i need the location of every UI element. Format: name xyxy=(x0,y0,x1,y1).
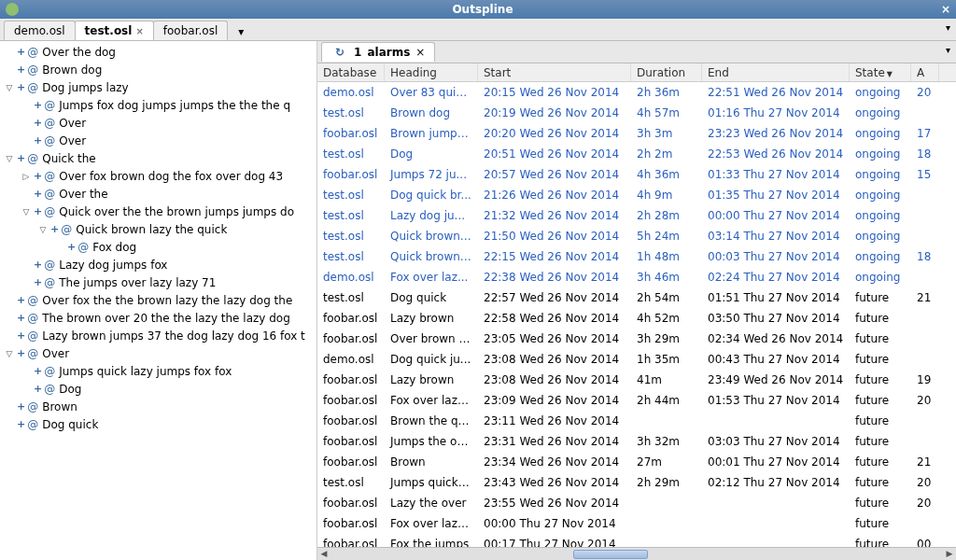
close-tab-icon[interactable]: × xyxy=(135,26,143,36)
tree-label: Quick the xyxy=(42,152,95,165)
alarms-tab[interactable]: ↻ 1 alarms × xyxy=(321,42,435,62)
tree-item[interactable]: +@Lazy dog jumps fox xyxy=(0,256,316,273)
cell: Jumps the ov... xyxy=(385,432,478,451)
file-tab[interactable]: foobar.osl xyxy=(153,21,228,40)
tree-item[interactable]: +@Dog quick xyxy=(0,415,316,433)
cell: Lazy brown xyxy=(385,309,478,328)
table-row[interactable]: test.oslQuick brown l...22:15 Wed 26 Nov… xyxy=(317,246,956,267)
tree-item[interactable]: +@Lazy brown jumps 37 the dog lazy dog 1… xyxy=(0,327,316,344)
table-row[interactable]: foobar.oslLazy brown22:58 Wed 26 Nov 201… xyxy=(317,308,956,329)
tree-item[interactable]: +@Over fox the the brown lazy the lazy d… xyxy=(0,291,316,309)
at-icon: @ xyxy=(27,294,38,307)
tree-item[interactable]: +@Brown dog xyxy=(0,61,316,78)
tree-item[interactable]: +@Over xyxy=(0,114,316,132)
scroll-right-icon[interactable]: ▶ xyxy=(944,549,955,560)
table-row[interactable]: test.oslLazy dog ju...21:32 Wed 26 Nov 2… xyxy=(317,205,956,226)
col-end[interactable]: End xyxy=(702,63,850,81)
tree-item[interactable]: +@Brown xyxy=(0,398,316,415)
cell: 4h 9m xyxy=(631,186,702,204)
tabbar-menu-icon[interactable]: ▾ xyxy=(946,22,950,33)
tree-item[interactable]: +@Fox dog xyxy=(0,238,316,256)
tree-item[interactable]: +@The jumps over lazy lazy 71 xyxy=(0,273,316,291)
table-row[interactable]: foobar.oslFox over lazy...23:09 Wed 26 N… xyxy=(317,390,956,411)
tree-label: Quick brown lazy the quick xyxy=(76,223,227,236)
tree-item[interactable]: ▽+@Quick brown lazy the quick xyxy=(0,220,316,238)
col-state[interactable]: State▼ xyxy=(850,63,911,81)
close-alarms-icon[interactable]: × xyxy=(415,46,425,59)
tree-item[interactable]: ▽+@Over xyxy=(0,344,316,362)
tree-item[interactable]: ▽+@Quick over the the brown jumps jumps … xyxy=(0,203,316,220)
expander-icon[interactable]: ▽ xyxy=(4,83,15,92)
table-row[interactable]: foobar.oslFox the jumps00:17 Thu 27 Nov … xyxy=(317,534,956,547)
col-start[interactable]: Start xyxy=(478,63,631,81)
outline-tree[interactable]: +@Over the dog+@Brown dog▽+@Dog jumps la… xyxy=(0,41,317,560)
sort-indicator-icon: ▼ xyxy=(887,70,893,78)
col-duration[interactable]: Duration xyxy=(631,63,702,81)
alarms-menu-icon[interactable]: ▾ xyxy=(946,45,950,55)
tree-label: Over the xyxy=(59,188,107,201)
tree-item[interactable]: +@Over the dog xyxy=(0,43,316,61)
tree-item[interactable]: ▽+@Dog jumps lazy xyxy=(0,78,316,96)
close-icon[interactable]: × xyxy=(941,3,950,16)
alarm-label: alarms xyxy=(367,46,410,59)
table-row[interactable]: test.oslDog quick22:57 Wed 26 Nov 20142h… xyxy=(317,287,956,308)
tree-label: The jumps over lazy lazy 71 xyxy=(59,276,216,289)
table-row[interactable]: foobar.oslOver brown b...23:05 Wed 26 No… xyxy=(317,329,956,349)
table-row[interactable]: foobar.oslJumps 72 ju...20:57 Wed 26 Nov… xyxy=(317,164,956,185)
tree-label: Over the dog xyxy=(42,46,116,59)
tree-item[interactable]: ▷+@Over fox brown dog the fox over dog 4… xyxy=(0,167,316,185)
table-row[interactable]: foobar.oslFox over lazy...00:00 Thu 27 N… xyxy=(317,513,956,534)
tree-item[interactable]: +@Over xyxy=(0,132,316,149)
cell: future xyxy=(850,494,911,512)
table-row[interactable]: test.oslJumps quick l...23:43 Wed 26 Nov… xyxy=(317,472,956,493)
table-row[interactable]: demo.oslFox over laz...22:38 Wed 26 Nov … xyxy=(317,267,956,287)
expander-icon[interactable]: ▽ xyxy=(4,154,15,163)
table-row[interactable]: foobar.oslLazy brown23:08 Wed 26 Nov 201… xyxy=(317,370,956,390)
tree-item[interactable]: +@Dog xyxy=(0,380,316,398)
alarms-table[interactable]: Database Heading Start Duration End Stat… xyxy=(317,63,956,547)
tree-item[interactable]: +@The brown over 20 the the lazy the laz… xyxy=(0,309,316,327)
tree-item[interactable]: ▽+@Quick the xyxy=(0,149,316,167)
tree-label: Lazy dog jumps fox xyxy=(59,259,167,272)
table-row[interactable]: foobar.oslBrown the qu...23:11 Wed 26 No… xyxy=(317,411,956,431)
scroll-thumb[interactable] xyxy=(573,550,648,559)
horizontal-scrollbar[interactable]: ◀ ▶ xyxy=(317,547,956,560)
table-row[interactable]: foobar.oslBrown23:34 Wed 26 Nov 201427m0… xyxy=(317,452,956,472)
table-row[interactable]: test.oslBrown dog20:19 Wed 26 Nov 20144h… xyxy=(317,103,956,123)
file-tab[interactable]: demo.osl xyxy=(4,21,76,40)
table-row[interactable]: test.oslDog20:51 Wed 26 Nov 20142h 2m22:… xyxy=(317,144,956,164)
table-row[interactable]: demo.oslOver 83 quic...20:15 Wed 26 Nov … xyxy=(317,82,956,103)
cell xyxy=(911,439,939,444)
cell xyxy=(631,521,702,526)
expander-icon[interactable]: ▽ xyxy=(4,349,15,358)
cell xyxy=(702,500,850,506)
col-database[interactable]: Database xyxy=(317,63,385,81)
tab-label: test.osl xyxy=(85,24,133,37)
table-row[interactable]: foobar.oslBrown jumps...20:20 Wed 26 Nov… xyxy=(317,123,956,144)
cell: test.osl xyxy=(317,288,385,307)
tree-item[interactable]: +@Jumps quick lazy jumps fox fox xyxy=(0,362,316,380)
tab-overflow-icon[interactable]: ▾ xyxy=(234,23,247,40)
cell: Quick brown l... xyxy=(385,227,478,245)
expander-icon[interactable]: ▽ xyxy=(37,225,49,234)
tree-item[interactable]: +@Over the xyxy=(0,185,316,203)
table-row[interactable]: test.oslDog quick br...21:26 Wed 26 Nov … xyxy=(317,185,956,205)
table-row[interactable]: foobar.oslLazy the over23:55 Wed 26 Nov … xyxy=(317,493,956,513)
expander-icon[interactable]: ▷ xyxy=(21,172,32,181)
cell: 23:09 Wed 26 Nov 2014 xyxy=(478,391,631,410)
at-icon: @ xyxy=(27,347,38,360)
cell: foobar.osl xyxy=(317,432,385,451)
plus-icon: + xyxy=(34,134,42,147)
col-heading[interactable]: Heading xyxy=(385,63,478,81)
cell: 20:15 Wed 26 Nov 2014 xyxy=(478,83,631,102)
plus-icon: + xyxy=(34,365,42,377)
scroll-left-icon[interactable]: ◀ xyxy=(318,549,330,560)
col-a[interactable]: A xyxy=(911,63,939,81)
cell: 03:14 Thu 27 Nov 2014 xyxy=(702,227,850,245)
expander-icon[interactable]: ▽ xyxy=(21,207,32,217)
tree-item[interactable]: +@Jumps fox dog jumps jumps the the the … xyxy=(0,96,316,114)
file-tab[interactable]: test.osl× xyxy=(75,21,154,40)
table-row[interactable]: demo.oslDog quick ju...23:08 Wed 26 Nov … xyxy=(317,349,956,370)
table-row[interactable]: test.oslQuick brown l...21:50 Wed 26 Nov… xyxy=(317,226,956,246)
table-row[interactable]: foobar.oslJumps the ov...23:31 Wed 26 No… xyxy=(317,431,956,452)
